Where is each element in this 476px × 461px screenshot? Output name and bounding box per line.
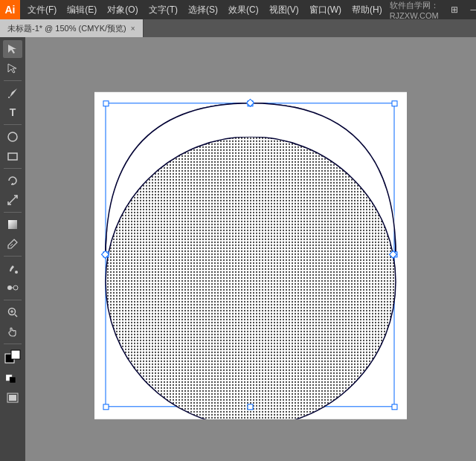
svg-point-7 [7, 286, 12, 290]
svg-point-8 [13, 286, 18, 290]
document-tab[interactable]: 未标题-1* @ 150% (CMYK/预览) × [0, 19, 144, 37]
title-right: 软件自学网：RJZXW.COM [390, 0, 445, 20]
tab-close-button[interactable]: × [131, 25, 135, 33]
svg-rect-28 [392, 101, 397, 106]
tab-bar: 未标题-1* @ 150% (CMYK/预览) × [0, 19, 476, 37]
menu-bar: 文件(F) 编辑(E) 对象(O) 文字(T) 选择(S) 效果(C) 视图(V… [20, 2, 390, 18]
svg-line-3 [8, 196, 17, 204]
screen-mode-button[interactable] [3, 389, 22, 407]
tab-area-right [470, 19, 476, 37]
svg-rect-31 [103, 404, 109, 410]
pen-tool[interactable] [3, 84, 22, 102]
title-bar: Ai 文件(F) 编辑(E) 对象(O) 文字(T) 选择(S) 效果(C) 视… [0, 0, 476, 19]
color-mode-toggle[interactable] [3, 370, 22, 387]
ellipse-tool[interactable] [3, 128, 22, 146]
toolbar-separator-6 [4, 300, 22, 300]
menu-help[interactable]: 帮助(H) [347, 2, 387, 18]
tab-label: 未标题-1* @ 150% (CMYK/预览) [7, 23, 126, 34]
menu-object[interactable]: 对象(O) [103, 2, 142, 18]
menu-file[interactable]: 文件(F) [23, 2, 61, 18]
window-controls: ⊞ ─ □ ✕ [445, 0, 476, 19]
fill-stroke-swatch[interactable] [3, 347, 22, 368]
selection-tool[interactable] [3, 40, 22, 58]
eyedropper-tool[interactable] [3, 235, 22, 253]
svg-point-1 [8, 132, 17, 141]
toolbar: T [0, 37, 25, 461]
menu-effect[interactable]: 效果(C) [224, 2, 263, 18]
grid-icon[interactable]: ⊞ [445, 0, 464, 19]
minimize-button[interactable]: ─ [464, 0, 476, 19]
artboard [94, 92, 407, 419]
toolbar-separator-1 [4, 80, 22, 81]
rectangle-tool[interactable] [3, 147, 22, 165]
paintbucket-tool[interactable] [3, 259, 22, 277]
direct-selection-tool[interactable] [3, 59, 22, 77]
toolbar-separator-2 [4, 124, 22, 125]
toolbar-separator-4 [4, 212, 22, 213]
svg-point-6 [15, 271, 18, 274]
svg-rect-33 [392, 404, 397, 410]
menu-text[interactable]: 文字(T) [144, 2, 182, 18]
svg-rect-17 [10, 377, 16, 383]
svg-rect-2 [8, 153, 17, 160]
menu-edit[interactable]: 编辑(E) [62, 2, 101, 18]
type-tool[interactable]: T [3, 103, 22, 121]
main-area: T [0, 37, 476, 461]
svg-line-11 [15, 315, 17, 317]
svg-rect-4 [8, 220, 17, 229]
toolbar-separator-7 [4, 344, 22, 344]
svg-line-5 [10, 244, 13, 246]
menu-view[interactable]: 视图(V) [265, 2, 303, 18]
svg-rect-32 [248, 404, 253, 410]
toolbar-separator-5 [4, 256, 22, 257]
website-label: 软件自学网：RJZXW.COM [390, 1, 439, 20]
gradient-tool[interactable] [3, 216, 22, 233]
rotate-tool[interactable] [3, 172, 22, 190]
toolbar-separator-3 [4, 168, 22, 169]
scale-tool[interactable] [3, 191, 22, 209]
menu-window[interactable]: 窗口(W) [305, 2, 346, 18]
canvas-area[interactable] [25, 37, 476, 461]
menu-select[interactable]: 选择(S) [184, 2, 222, 18]
svg-point-25 [106, 137, 396, 419]
svg-rect-26 [103, 101, 109, 106]
artwork [94, 92, 407, 419]
hand-tool[interactable] [3, 323, 22, 341]
zoom-tool[interactable] [3, 303, 22, 321]
svg-rect-19 [9, 395, 16, 401]
blend-tool[interactable] [3, 279, 22, 297]
svg-rect-15 [11, 350, 20, 359]
ai-logo: Ai [0, 0, 20, 19]
